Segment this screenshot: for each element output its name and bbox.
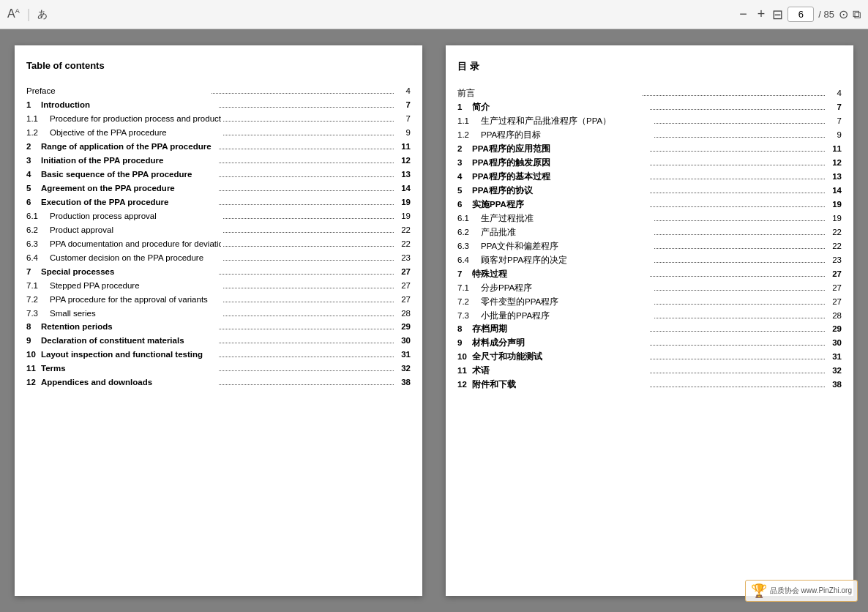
toc-entry-5[interactable]: 5 PPA程序的协议 14 [457, 184, 842, 198]
toc-entry-text: Appendices and downloads [41, 376, 217, 389]
toc-num: 6.2 [457, 225, 481, 239]
toc-entry-7.3[interactable]: 7.3 小批量的PPA程序 28 [457, 309, 842, 323]
toc-num: 1 [457, 100, 472, 114]
toc-dots [650, 109, 826, 110]
fit-page-button[interactable]: ⊟ [772, 7, 783, 23]
zoom-in-button[interactable]: + [755, 5, 768, 23]
toc-dots [212, 93, 394, 94]
toc-dots [223, 288, 394, 288]
toc-entry-12[interactable]: 12 附件和下载 38 [457, 378, 842, 392]
toc-entry-page: 27 [396, 279, 411, 293]
toc-entry-text: PPA程序的目标 [481, 128, 652, 142]
toc-entry-page: 22 [827, 225, 842, 239]
toc-num: 7.3 [26, 307, 50, 321]
toc-entry-1.2[interactable]: 1.2 PPA程序的目标 9 [457, 128, 842, 142]
toc-entry-5[interactable]: 5 Agreement on the PPA procedure 14 [26, 182, 411, 195]
toc-num: 6.4 [457, 253, 481, 267]
toc-dots [654, 290, 826, 291]
toc-entry-6.4[interactable]: 6.4 Customer decision on the PPA procedu… [26, 251, 411, 265]
toc-dots [650, 179, 826, 179]
toc-entry-text: 存档周期 [472, 322, 648, 336]
toc-entry-1.1[interactable]: 1.1 生产过程和产品批准程序（PPA） 7 [457, 114, 842, 128]
toc-entry-6[interactable]: 6 Execution of the PPA procedure 19 [26, 195, 411, 209]
toc-entry-10[interactable]: 10 全尺寸和功能测试 31 [457, 350, 842, 364]
toc-entry-1[interactable]: 1 Introduction 7 [26, 98, 411, 112]
toc-entry-7.2[interactable]: 7.2 PPA procedure for the approval of va… [26, 293, 411, 307]
toc-num: 4 [457, 170, 472, 184]
toc-entry-12[interactable]: 12 Appendices and downloads 38 [26, 376, 411, 389]
toc-entry-7[interactable]: 7 Special processes 27 [26, 265, 411, 279]
toc-entry-6[interactable]: 6 实施PPA程序 19 [457, 198, 842, 212]
toc-entry-page: 13 [827, 170, 842, 184]
toc-entry-9[interactable]: 9 Declaration of constituent materials 3… [26, 334, 411, 348]
toc-entry-9[interactable]: 9 材料成分声明 30 [457, 336, 842, 350]
toc-entry-7.1[interactable]: 7.1 分步PPA程序 27 [457, 281, 842, 295]
toc-entry-page: 14 [396, 182, 411, 195]
toolbar: AA | あ − + ⊟ / 85 ⊙ ⧉ [0, 0, 868, 29]
watermark-text: 品质协会 www.PinZhi.org [770, 586, 852, 596]
toc-entry-1.1[interactable]: 1.1 Procedure for production process and… [26, 112, 411, 126]
toc-entry-page: 13 [396, 168, 411, 182]
toc-entry-8[interactable]: 8 存档周期 29 [457, 322, 842, 336]
toc-entry-3[interactable]: 3 Initiation of the PPA procedure 12 [26, 154, 411, 168]
toc-entry-4[interactable]: 4 PPA程序的基本过程 13 [457, 170, 842, 184]
toc-num: 2 [26, 140, 41, 154]
toc-dots [219, 274, 394, 275]
toc-entry-text: Agreement on the PPA procedure [41, 182, 217, 195]
toc-entry-6.1[interactable]: 6.1 生产过程批准 19 [457, 212, 842, 225]
toc-entry-6.2[interactable]: 6.2 Product approval 22 [26, 223, 411, 237]
toc-entry-2[interactable]: 2 Range of application of the PPA proced… [26, 140, 411, 154]
toc-num: 2 [457, 142, 472, 156]
toc-num: 7.1 [457, 281, 481, 295]
toc-dots [219, 370, 394, 371]
toc-entry-3[interactable]: 3 PPA程序的触发原因 12 [457, 156, 842, 170]
toc-entry-11[interactable]: 11 Terms 32 [26, 362, 411, 376]
toc-entry-11[interactable]: 11 术语 32 [457, 364, 842, 378]
toc-entry-page: 4 [396, 84, 411, 98]
font-size-icon[interactable]: AA [7, 7, 20, 20]
toc-entry-6.2[interactable]: 6.2 产品批准 22 [457, 225, 842, 239]
toc-num: 1.1 [457, 114, 481, 128]
toc-entry-preface[interactable]: 前言 4 [457, 86, 842, 100]
toc-entry-text: PPA程序的协议 [472, 184, 648, 198]
toc-entry-1.2[interactable]: 1.2 Objective of the PPA procedure 9 [26, 126, 411, 140]
toc-entry-7.3[interactable]: 7.3 Small series 28 [26, 307, 411, 321]
language-icon[interactable]: あ [37, 8, 48, 21]
toc-entry-7.2[interactable]: 7.2 零件变型的PPA程序 27 [457, 295, 842, 309]
toc-entry-4[interactable]: 4 Basic sequence of the PPA procedure 13 [26, 168, 411, 182]
toc-entry-7[interactable]: 7 特殊过程 27 [457, 267, 842, 281]
zoom-out-button[interactable]: − [736, 5, 750, 23]
layout-button[interactable]: ⧉ [853, 8, 861, 21]
toc-entry-2[interactable]: 2 PPA程序的应用范围 11 [457, 142, 842, 156]
toc-entry-6.4[interactable]: 6.4 顾客对PPA程序的决定 23 [457, 253, 842, 267]
toc-entry-text: 小批量的PPA程序 [481, 309, 652, 323]
toc-entry-6.1[interactable]: 6.1 Production process approval 19 [26, 209, 411, 223]
toc-num: 6.3 [26, 237, 50, 251]
toc-dots [223, 246, 394, 247]
toc-num: 9 [26, 334, 41, 348]
toc-entry-page: 19 [396, 195, 411, 209]
toc-num: 10 [26, 348, 41, 362]
toc-entry-page: 38 [827, 378, 842, 392]
toc-entry-text: 材料成分声明 [472, 336, 648, 350]
toc-entry-6.3[interactable]: 6.3 PPA文件和偏差程序 22 [457, 239, 842, 253]
toc-dots [219, 204, 394, 205]
toc-dots [223, 316, 394, 316]
toc-entry-page: 27 [827, 295, 842, 309]
toc-entry-preface[interactable]: Preface 4 [26, 84, 411, 98]
toc-entry-text: Retention periods [41, 320, 217, 334]
toc-entry-8[interactable]: 8 Retention periods 29 [26, 320, 411, 334]
toc-entry-page: 23 [396, 251, 411, 265]
page-number-input[interactable] [787, 7, 814, 22]
toc-dots [654, 123, 826, 124]
toc-num: 7.2 [457, 295, 481, 309]
toc-entry-1[interactable]: 1 简介 7 [457, 100, 842, 114]
toc-dots [650, 206, 826, 207]
toc-entry-10[interactable]: 10 Layout inspection and functional test… [26, 348, 411, 362]
toc-entry-7.1[interactable]: 7.1 Stepped PPA procedure 27 [26, 279, 411, 293]
content-wrapper: Table of contents Preface 4 1 Introducti… [0, 29, 868, 612]
toc-num: 4 [26, 168, 41, 182]
toc-dots [223, 135, 394, 135]
toc-entry-6.3[interactable]: 6.3 PPA documentation and procedure for … [26, 237, 411, 251]
search-button[interactable]: ⊙ [839, 7, 848, 21]
